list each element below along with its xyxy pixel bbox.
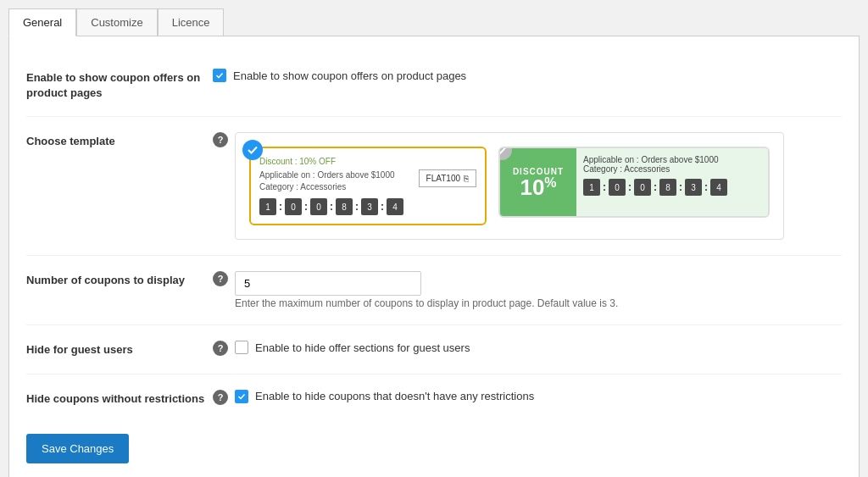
tab-general[interactable]: General	[8, 8, 76, 36]
num-coupons-help-row: ? Enter the maximum number of coupons to…	[213, 271, 842, 309]
save-changes-button[interactable]: Save Changes	[26, 434, 129, 463]
t2-timer-4: 3	[685, 179, 702, 196]
num-coupons-input-group: Enter the maximum number of coupons to d…	[235, 271, 618, 309]
t1-timer-2: 0	[310, 198, 327, 215]
t2-right: Applicable on : Orders above $1000 Categ…	[576, 148, 768, 216]
t1-timer-3: 8	[336, 198, 353, 215]
hide-guest-checkbox[interactable]	[235, 341, 248, 354]
hide-restrictions-help-row: ? Enable to hide coupons that doesn't ha…	[213, 390, 842, 405]
hide-restrictions-checkbox[interactable]	[235, 390, 248, 403]
setting-row-template: Choose template ?	[26, 117, 842, 256]
t2-timer-0: 1	[583, 179, 600, 196]
num-coupons-input[interactable]	[235, 271, 421, 296]
coupon-offers-row: Enable to show coupon offers on product …	[213, 69, 842, 82]
hide-guest-help-row: ? Enable to hide offer sections for gues…	[213, 341, 842, 356]
t1-discount-text: Discount : 10% OFF	[259, 157, 476, 166]
t2-sep-4: :	[704, 179, 708, 196]
t1-coupon-code[interactable]: FLAT100 ⎘	[419, 169, 476, 187]
t2-pct: 10	[520, 176, 544, 198]
hide-guest-help-icon[interactable]: ?	[213, 341, 228, 356]
num-coupons-hint: Enter the maximum number of coupons to d…	[235, 297, 618, 309]
template-help-icon[interactable]: ?	[213, 132, 228, 147]
setting-row-num-coupons: Number of coupons to display ? Enter the…	[26, 256, 842, 325]
hide-guest-label: Hide for guest users	[26, 341, 213, 358]
hide-restrictions-row: Enable to hide coupons that doesn't have…	[235, 390, 534, 403]
page-wrapper: General Customize Licence Enable to show…	[0, 0, 868, 477]
t2-sep-3: :	[679, 179, 682, 196]
t1-sep-4: :	[381, 198, 384, 215]
t2-discount-value: 10 %	[520, 176, 556, 198]
template-wrapper: Discount : 10% OFF Applicable on : Order…	[235, 132, 784, 240]
setting-row-coupon-offers: Enable to show coupon offers on product …	[26, 53, 842, 117]
setting-row-hide-restrictions: Hide coupons without restrictions ? Enab…	[26, 374, 842, 422]
t2-pct-sign: %	[544, 176, 556, 190]
template-help-row: ? Discount : 10% OFF	[213, 132, 842, 240]
content-area: Enable to show coupon offers on product …	[8, 36, 860, 477]
choose-template-label: Choose template	[26, 132, 213, 149]
t1-timer-5: 4	[387, 198, 403, 215]
t2-left: DISCOUNT 10 %	[500, 148, 576, 216]
hide-restrictions-label: Hide coupons without restrictions	[26, 390, 213, 407]
num-coupons-label: Number of coupons to display	[26, 271, 213, 288]
tab-customize[interactable]: Customize	[76, 8, 157, 36]
t2-timer-5: 4	[710, 179, 727, 196]
t2-line1: Applicable on : Orders above $1000	[583, 155, 761, 164]
t2-sep-2: :	[654, 179, 657, 196]
t2-timer: 1 : 0 : 0 : 8 : 3 :	[583, 179, 761, 196]
t2-timer-3: 8	[659, 179, 676, 196]
hide-guest-checkbox-label: Enable to hide offer sections for guest …	[255, 341, 470, 354]
num-coupons-help-icon[interactable]: ?	[213, 271, 228, 286]
hide-guest-row: Enable to hide offer sections for guest …	[235, 341, 470, 354]
t2-timer-1: 0	[609, 179, 626, 196]
coupon-offers-label: Enable to show coupon offers on product …	[26, 69, 213, 101]
t1-sep-0: :	[279, 198, 282, 215]
coupon-offers-control: Enable to show coupon offers on product …	[213, 69, 842, 82]
copy-icon: ⎘	[464, 174, 469, 183]
hide-restrictions-checkbox-label: Enable to hide coupons that doesn't have…	[255, 390, 534, 402]
t1-timer-0: 1	[259, 198, 276, 215]
t1-sep-2: :	[330, 198, 333, 215]
template-1-content: Discount : 10% OFF Applicable on : Order…	[259, 157, 476, 215]
coupon-offers-checkbox[interactable]	[213, 69, 226, 82]
t1-coupon-details: Applicable on : Orders above $1000 Categ…	[259, 169, 395, 193]
hide-guest-control: ? Enable to hide offer sections for gues…	[213, 341, 842, 356]
hide-restrictions-control: ? Enable to hide coupons that doesn't ha…	[213, 390, 842, 405]
tab-licence[interactable]: Licence	[158, 8, 225, 36]
t1-sep-3: :	[355, 198, 359, 215]
num-coupons-control: ? Enter the maximum number of coupons to…	[213, 271, 842, 309]
t1-coupon-info: Applicable on : Orders above $1000 Categ…	[259, 169, 476, 193]
t2-line2: Category : Accessories	[583, 164, 761, 174]
tabs-bar: General Customize Licence	[8, 8, 860, 36]
template-option-2[interactable]: DISCOUNT 10 % Applicable on : Orders abo…	[498, 147, 770, 218]
t1-timer: 1 : 0 : 0 : 8 : 3 :	[259, 198, 476, 215]
hide-restrictions-help-icon[interactable]: ?	[213, 390, 228, 405]
t1-timer-4: 3	[361, 198, 378, 215]
t2-sep-1: :	[628, 179, 632, 196]
t1-timer-1: 0	[285, 198, 302, 215]
t1-sep-1: :	[304, 198, 308, 215]
setting-row-hide-guest: Hide for guest users ? Enable to hide of…	[26, 325, 842, 374]
coupon-offers-checkbox-label: Enable to show coupon offers on product …	[233, 69, 466, 82]
t2-timer-2: 0	[634, 179, 651, 196]
template-option-1[interactable]: Discount : 10% OFF Applicable on : Order…	[249, 147, 487, 225]
t2-sep-0: :	[603, 179, 606, 196]
choose-template-control: ? Discount : 10% OFF	[213, 132, 842, 240]
